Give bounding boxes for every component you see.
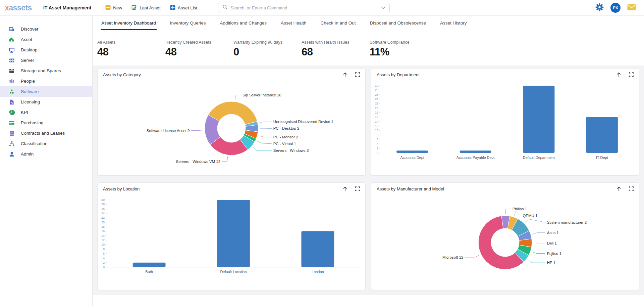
donut-label: Microsoft 12 — [442, 255, 463, 259]
tab-asset-history[interactable]: Asset History — [439, 18, 468, 30]
header-actions: New Last Asset Asset List — [105, 4, 197, 11]
sidebar-item-label: Desktop — [21, 47, 38, 52]
bar[interactable] — [396, 150, 428, 153]
donut-label: Philips 1 — [513, 207, 527, 211]
sidebar-item-label: Contracts and Leases — [21, 131, 65, 136]
page-title: IT Asset Management — [43, 5, 91, 10]
last-asset-button[interactable]: Last Asset — [131, 4, 160, 11]
donut-label-connector — [532, 252, 545, 253]
search-input[interactable] — [230, 5, 381, 10]
bar[interactable] — [301, 231, 334, 267]
up-arrow-icon[interactable] — [616, 186, 622, 191]
sidebar-item-label: Asset — [21, 37, 32, 42]
donut-label: PC - Virtual 1 — [273, 142, 296, 146]
y-axis-tick-label: 10 — [101, 243, 105, 246]
card-assets-by-manufacturer-and-model: Assets by Manufacturer and Model Philips… — [371, 182, 639, 290]
card-header: Assets by Location — [98, 183, 365, 195]
bar[interactable] — [586, 117, 618, 153]
sidebar-item-classification[interactable]: Classification — [0, 138, 92, 149]
mail-envelope-icon[interactable] — [627, 4, 636, 12]
x-axis-category-label: Accounts Dept — [400, 156, 424, 160]
bar[interactable] — [460, 150, 491, 153]
discover-icon — [8, 26, 15, 32]
new-button-label: New — [113, 5, 122, 10]
kpi-stats-row: All Assets 48 Recently Created Assets 48… — [93, 40, 644, 58]
sidebar-item-admin[interactable]: Admin — [0, 149, 92, 159]
last-asset-button-label: Last Asset — [140, 5, 160, 10]
y-axis-tick-label: 28 — [101, 203, 105, 206]
up-arrow-icon[interactable] — [342, 186, 348, 191]
card-title: Assets by Manufacturer and Model — [377, 186, 444, 191]
up-arrow-icon[interactable] — [342, 72, 348, 77]
y-axis-tick-label: 26 — [101, 207, 105, 211]
y-axis-tick-label: 0 — [377, 151, 378, 155]
stat-label: Recently Created Assets — [165, 40, 233, 45]
sidebar-item-label: Purchasing — [21, 120, 44, 125]
expand-icon[interactable] — [629, 186, 634, 191]
sidebar-item-label: KPI — [21, 110, 28, 115]
asset-list-button-label: Asset List — [178, 5, 198, 10]
asset-list-button[interactable]: Asset List — [170, 5, 198, 11]
sidebar-item-server[interactable]: Server — [0, 55, 92, 65]
sidebar-item-storage-and-spares[interactable]: Storage and Spares — [0, 65, 92, 76]
expand-icon[interactable] — [355, 72, 360, 77]
sidebar-item-label: Software — [21, 89, 39, 94]
stat-value: 68 — [302, 46, 370, 58]
expand-icon[interactable] — [355, 186, 360, 191]
donut-label: Software License Asset 9 — [147, 129, 190, 133]
server-icon — [8, 57, 15, 63]
card-title: Assets by Department — [377, 72, 420, 77]
donut-label: Servers - Windows 3 — [273, 148, 309, 152]
y-axis-tick-label: 24 — [101, 212, 105, 215]
new-button[interactable]: New — [105, 5, 122, 11]
up-arrow-icon[interactable] — [616, 72, 622, 77]
settings-gear-icon[interactable] — [595, 3, 604, 13]
y-axis-tick-label: 12 — [375, 124, 378, 128]
card-header: Assets by Manufacturer and Model — [371, 183, 639, 195]
tab-additions-and-changes[interactable]: Additions and Changes — [219, 18, 267, 30]
sidebar-item-label: Storage and Spares — [21, 68, 61, 73]
sidebar-item-asset[interactable]: Asset — [0, 34, 92, 45]
bar[interactable] — [523, 86, 554, 153]
y-axis-tick-label: 2 — [377, 147, 378, 150]
bar[interactable] — [133, 263, 166, 267]
sidebar-item-people[interactable]: People — [0, 76, 92, 86]
y-axis-tick-label: 22 — [101, 216, 105, 219]
app-header: xassets IT Asset Management New Last Ass… — [0, 0, 644, 16]
user-avatar[interactable]: PX — [610, 3, 621, 13]
sidebar-item-label: Classification — [21, 141, 48, 146]
expand-icon[interactable] — [629, 72, 634, 77]
donut-label: Unrecognised Discovered Device 1 — [273, 120, 333, 124]
plus-icon — [105, 5, 111, 11]
sidebar-item-discover[interactable]: Discover — [0, 24, 92, 34]
people-icon — [8, 78, 15, 84]
sidebar-item-label: Discover — [21, 27, 39, 32]
bar-chart-assets-by-location: 024681012141618202224262830BathDefault L… — [98, 195, 365, 290]
donut-label-connector — [525, 219, 545, 223]
chevron-down-icon[interactable] — [381, 5, 385, 11]
tab-inventory-queries[interactable]: Inventory Queries — [169, 18, 207, 30]
sidebar-item-software[interactable]: Software — [0, 86, 92, 97]
sidebar-item-desktop[interactable]: Desktop — [0, 45, 92, 55]
tab-asset-inventory-dashboard[interactable]: Asset Inventory Dashboard — [101, 18, 157, 30]
tab-asset-health[interactable]: Asset Health — [280, 18, 307, 30]
donut-label-connector — [235, 95, 241, 100]
bar[interactable] — [217, 200, 250, 267]
licensing-icon — [8, 99, 15, 105]
sidebar-item-label: Licensing — [21, 99, 40, 104]
donut-label-connector — [222, 156, 228, 162]
sidebar-item-purchasing[interactable]: Purchasing — [0, 118, 92, 128]
sidebar-item-kpi[interactable]: KPI — [0, 107, 92, 118]
stat-all-assets: All Assets 48 — [97, 40, 165, 58]
card-assets-by-category: Assets by Category Sql Server Instance 1… — [97, 68, 366, 176]
logo-assets: assets — [9, 3, 32, 12]
tab-check-in-and-out[interactable]: Check In and Out — [320, 18, 357, 30]
sidebar-item-contracts-and-leases[interactable]: Contracts and Leases — [0, 128, 92, 138]
stat-label: Assets with Health Issues — [302, 40, 370, 45]
tab-disposal-and-obsolescense[interactable]: Disposal and Obsolescense — [369, 18, 427, 30]
stat-label: Software Compliance — [370, 40, 438, 45]
sidebar-item-licensing[interactable]: Licensing — [0, 97, 92, 107]
xassets-logo[interactable]: xassets — [5, 3, 32, 12]
stat-value: 48 — [165, 46, 233, 58]
y-axis-tick-label: 18 — [375, 111, 378, 114]
